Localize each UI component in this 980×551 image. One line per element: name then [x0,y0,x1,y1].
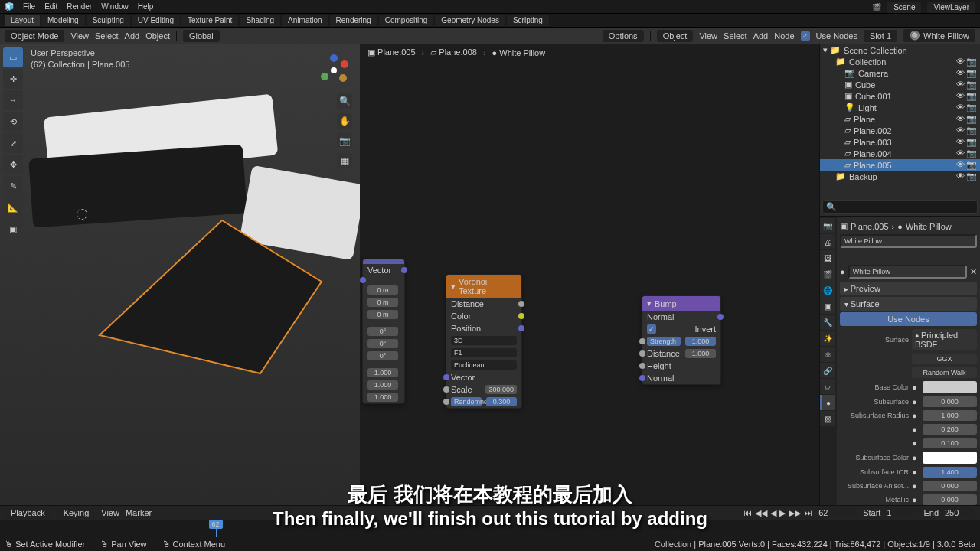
ptab-material[interactable]: ● [820,395,835,410]
tab-scripting[interactable]: Scripting [507,15,549,26]
sss-method-select[interactable]: Random Walk [912,367,977,378]
scale-z[interactable]: 1.000 [368,393,398,402]
menu-window[interactable]: Window [101,2,129,11]
bump-distance[interactable]: 1.000 [685,349,716,358]
options-dropdown[interactable]: Options [603,30,644,42]
prop-value[interactable]: 0.000 [923,494,977,505]
properties-body[interactable]: ▣Plane.005›●White Pillow ●✕ ▸ Preview ▾ … [837,217,980,505]
ptab-modifier[interactable]: 🔧 [820,315,835,330]
outliner-item[interactable]: 📷Camera👁📷 [820,67,980,79]
prop-value[interactable]: 0.100 [923,438,977,448]
tool-scale[interactable]: ⤢ [3,133,23,153]
loc-z[interactable]: 0 m [368,310,398,319]
tab-geometrynodes[interactable]: Geometry Nodes [435,15,505,26]
tool-select[interactable]: ▭ [3,47,23,67]
ptab-render[interactable]: 📷 [820,218,835,233]
zoom-icon[interactable]: 🔍 [337,93,352,109]
ptab-particle[interactable]: ✨ [820,331,835,346]
current-frame[interactable]: 62 [818,508,857,517]
tool-transform[interactable]: ✥ [3,155,23,174]
scene-selector[interactable]: Scene [887,2,921,13]
scale-y[interactable]: 1.000 [368,380,398,390]
prop-obj-name[interactable]: Plane.005 [851,222,889,231]
prop-value[interactable]: 1.400 [923,467,977,478]
menu-edit[interactable]: Edit [44,2,57,11]
outliner-search[interactable] [822,200,978,214]
new-mat-icon[interactable]: ✕ [970,267,977,277]
vp-menu-select[interactable]: Select [95,31,119,41]
jump-start-icon[interactable]: ⏮ [743,508,752,518]
outliner-item[interactable]: ▱Plane.003👁📷 [820,136,980,148]
node-editor[interactable]: ▣ Plane.005 › ▱ Plane.008 › ● White Pill… [360,44,819,505]
outliner-item[interactable]: ▱Plane.002👁📷 [820,125,980,136]
bc-obj[interactable]: ▣ Plane.005 [368,47,416,57]
prop-value[interactable]: 0.200 [923,424,977,435]
node-bump[interactable]: ▾ Bump Normal ✓Invert Strength1.000 Dist… [642,295,721,385]
outliner-item[interactable]: 📁Collection👁📷 [820,56,980,67]
viewport-3d[interactable]: ▭ ✛ ↔ ⟲ ⤢ ✥ ✎ 📐 ▣ User Perspective (62) … [0,44,360,505]
tab-rendering[interactable]: Rendering [330,15,377,26]
ptab-view[interactable]: 🖼 [820,250,835,266]
outliner-item[interactable]: ▱Plane.004👁📷 [820,148,980,159]
ptab-world[interactable]: 🌐 [820,282,835,298]
hand-icon[interactable]: ✋ [337,113,352,129]
playback-menu[interactable]: Playback [5,507,51,519]
vp-menu-object[interactable]: Object [145,31,170,41]
play-rev-icon[interactable]: ◀ [770,508,776,518]
bc-mesh[interactable]: ▱ Plane.008 [430,47,477,57]
ptab-physics[interactable]: ⚛ [820,347,835,362]
voronoi-metric[interactable]: F1 [451,348,517,357]
tab-shading[interactable]: Shading [240,15,280,26]
playhead[interactable]: 62 [209,520,223,529]
start-frame[interactable]: 1 [887,508,917,517]
tab-texturepaint[interactable]: Texture Paint [181,15,238,26]
vp-menu-view[interactable]: View [70,31,89,41]
ne-view[interactable]: View [699,31,717,41]
outliner-item[interactable]: 📁Backup👁📷 [820,171,980,182]
ne-select[interactable]: Select [724,31,747,41]
tool-addcube[interactable]: ▣ [3,219,23,239]
bump-strength[interactable]: 1.000 [685,337,716,346]
voronoi-dist[interactable]: Euclidean [451,360,517,370]
jump-end-icon[interactable]: ⏭ [804,508,812,518]
material-selector[interactable]: 🔘 White Pillow [903,29,975,42]
ne-add[interactable]: Add [753,31,769,41]
ne-node[interactable]: Node [774,31,794,41]
outliner-item[interactable]: 💡Light👁📷 [820,102,980,113]
voronoi-scale[interactable]: 300.000 [485,385,517,394]
use-nodes-button[interactable]: Use Nodes [840,312,977,326]
voronoi-randomness[interactable]: 0.300 [486,397,517,406]
tab-uvediting[interactable]: UV Editing [132,15,180,26]
tab-animation[interactable]: Animation [282,15,328,26]
outliner[interactable]: ▾ 📁Scene Collection 📁Collection👁📷📷Camera… [820,44,980,197]
play-icon[interactable]: ▶ [779,508,786,518]
keying-menu[interactable]: Keying [57,507,96,519]
surface-shader[interactable]: ● Principled BSDF [912,329,977,350]
color-swatch[interactable] [923,381,977,393]
outliner-root[interactable]: ▾ 📁Scene Collection [820,44,980,56]
loc-x[interactable]: 0 m [368,285,398,295]
tool-measure[interactable]: 📐 [3,197,23,217]
orientation-selector[interactable]: Global [183,30,220,42]
panel-preview[interactable]: ▸ Preview [840,282,977,295]
next-key-icon[interactable]: ▶▶ [789,508,801,518]
vp-menu-add[interactable]: Add [125,31,140,41]
tool-move[interactable]: ↔ [3,90,23,110]
tl-marker[interactable]: Marker [126,508,152,517]
panel-surface[interactable]: ▾ Surface [840,297,977,311]
node-voronoi[interactable]: ▾ Voronoi Texture Distance Color Positio… [446,274,522,409]
ptab-mesh[interactable]: ▱ [820,379,835,394]
prop-mat-bc[interactable]: White Pillow [906,222,952,231]
color-swatch[interactable] [923,452,977,464]
camera-icon[interactable]: 📷 [337,133,352,148]
ptab-texture[interactable]: ▨ [820,411,835,426]
menu-file[interactable]: File [23,2,35,11]
ne-mode[interactable]: Object [657,30,694,42]
prev-key-icon[interactable]: ◀◀ [755,508,767,518]
nav-gizmo[interactable] [315,52,352,89]
rot-x[interactable]: 0° [368,327,398,336]
tab-sculpting[interactable]: Sculpting [87,15,130,26]
rot-y[interactable]: 0° [368,339,398,348]
menu-help[interactable]: Help [138,2,154,11]
material-name-field[interactable] [848,265,967,279]
